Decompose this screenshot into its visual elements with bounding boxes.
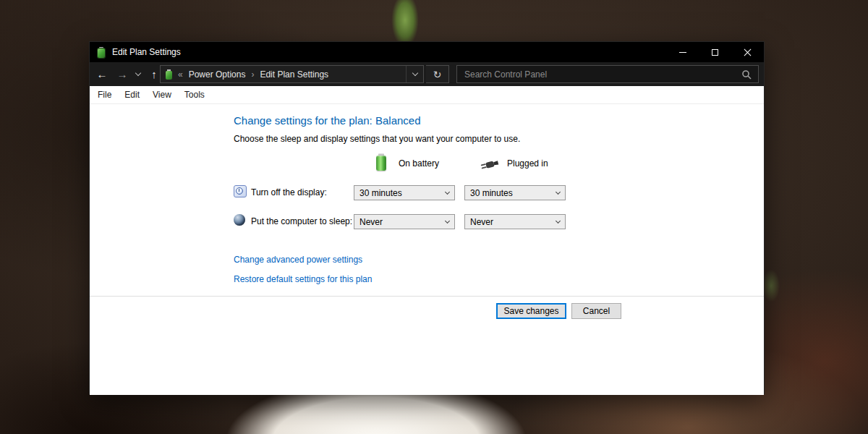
change-advanced-power-settings-link[interactable]: Change advanced power settings <box>234 255 362 265</box>
restore-default-settings-link[interactable]: Restore default settings for this plan <box>234 274 372 284</box>
title-bar: Edit Plan Settings <box>90 42 764 62</box>
menu-item-view[interactable]: View <box>146 90 178 100</box>
page-title: Change settings for the plan: Balanced <box>234 114 421 127</box>
chevron-down-icon <box>412 70 417 76</box>
selected-value: 30 minutes <box>359 188 402 198</box>
edit-plan-settings-window: Edit Plan Settings ← → ↑ « Power Options… <box>89 41 765 394</box>
menu-item-tools[interactable]: Tools <box>178 90 211 100</box>
close-icon <box>744 48 752 56</box>
column-header-plugged-in: Plugged in <box>507 158 548 169</box>
selected-value: Never <box>470 217 493 227</box>
chevron-down-icon <box>135 70 141 76</box>
turn-off-display-plugged-in-select[interactable]: 30 minutes <box>464 185 566 200</box>
cancel-button[interactable]: Cancel <box>571 303 621 319</box>
breadcrumb-item-edit-plan-settings[interactable]: Edit Plan Settings <box>260 69 328 80</box>
chevron-down-icon <box>445 190 450 195</box>
up-icon: ↑ <box>151 68 157 80</box>
power-options-icon <box>164 69 174 80</box>
back-icon: ← <box>97 68 108 80</box>
forward-icon: → <box>117 68 128 80</box>
page-subtitle: Choose the sleep and display settings th… <box>234 134 520 144</box>
power-plan-icon <box>96 46 106 58</box>
selected-value: Never <box>359 217 383 227</box>
forward-button[interactable]: → <box>114 62 131 86</box>
search-icon[interactable] <box>741 69 752 80</box>
bottom-bar: Save changes Cancel <box>90 296 764 395</box>
menu-item-edit[interactable]: Edit <box>118 90 146 100</box>
maximize-icon <box>712 49 718 56</box>
sleep-icon <box>234 214 245 226</box>
navigation-bar: ← → ↑ « Power Options › Edit Plan Settin… <box>90 62 764 86</box>
menu-item-file[interactable]: File <box>91 90 118 100</box>
close-button[interactable] <box>731 42 764 62</box>
selected-value: 30 minutes <box>470 188 513 198</box>
back-button[interactable]: ← <box>93 62 111 86</box>
menu-bar: File Edit View Tools <box>90 86 764 104</box>
chevron-down-icon <box>445 218 450 224</box>
chevron-down-icon <box>556 190 561 195</box>
chevron-down-icon <box>556 218 561 224</box>
window-title: Edit Plan Settings <box>112 47 181 57</box>
turn-off-display-on-battery-select[interactable]: 30 minutes <box>354 185 455 200</box>
address-dropdown-button[interactable] <box>406 66 423 82</box>
setting-label-computer-sleep: Put the computer to sleep: <box>251 216 352 226</box>
refresh-button[interactable]: ↻ <box>426 65 449 83</box>
minimize-icon <box>679 52 686 53</box>
column-header-on-battery: On battery <box>399 158 439 169</box>
breadcrumb-item-power-options[interactable]: Power Options <box>189 69 246 80</box>
search-input[interactable] <box>457 66 741 82</box>
refresh-icon: ↻ <box>433 69 442 80</box>
computer-sleep-plugged-in-select[interactable]: Never <box>464 214 566 229</box>
breadcrumb-chevrons[interactable]: « <box>178 69 183 80</box>
address-bar[interactable]: « Power Options › Edit Plan Settings <box>160 65 424 83</box>
setting-label-turn-off-display: Turn off the display: <box>251 187 327 197</box>
main-content: Change settings for the plan: Balanced C… <box>90 104 764 296</box>
display-timeout-icon <box>234 185 247 197</box>
save-changes-button[interactable]: Save changes <box>496 303 566 319</box>
search-box <box>456 65 759 83</box>
plug-icon <box>479 159 499 171</box>
maximize-button[interactable] <box>699 42 731 62</box>
minimize-button[interactable] <box>666 42 699 62</box>
computer-sleep-on-battery-select[interactable]: Never <box>354 214 455 229</box>
recent-pages-button[interactable] <box>132 62 145 86</box>
breadcrumb-separator-icon: › <box>251 69 254 80</box>
battery-icon <box>375 153 387 171</box>
